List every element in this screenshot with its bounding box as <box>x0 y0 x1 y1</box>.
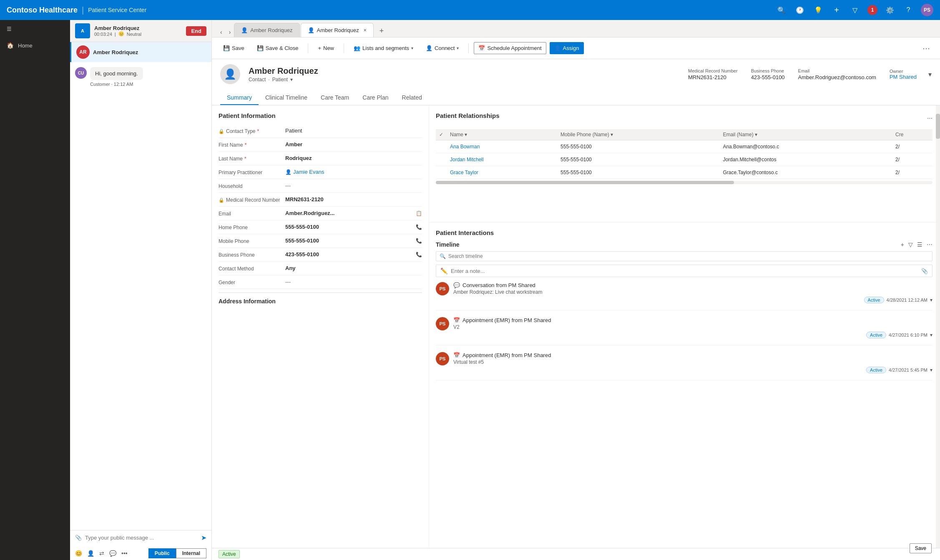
form-value-mobile-phone: 555-555-0100 <box>285 238 412 244</box>
call-mobile-icon[interactable]: 📞 <box>416 238 422 244</box>
tab-care-team[interactable]: Care Team <box>314 91 356 105</box>
timeline-filter-icon[interactable]: ▽ <box>908 241 913 248</box>
timeline-list-icon[interactable]: ☰ <box>917 241 922 248</box>
rel-email-0: Ana.Bowman@contoso.c <box>719 140 892 153</box>
call-home-icon[interactable]: 📞 <box>416 224 422 230</box>
funnel-icon[interactable]: ▽ <box>849 4 861 16</box>
public-button[interactable]: Public <box>148 548 176 558</box>
timeline-type-icon-1: 📅 <box>453 317 460 323</box>
tab-summary[interactable]: Summary <box>220 91 259 105</box>
tab-forward-button[interactable]: › <box>226 27 234 37</box>
schedule-label: Schedule Appointment <box>487 45 541 51</box>
rel-name-0[interactable]: Ana Bowman <box>447 140 557 153</box>
timeline-more-icon[interactable]: ⋯ <box>927 241 932 248</box>
rel-created-1: 2/ <box>892 153 932 166</box>
mrn-label: Medical Record Number <box>688 68 738 73</box>
more-options-icon[interactable]: ••• <box>121 550 128 557</box>
rel-email-2: Grace.Taylor@contoso.c <box>719 166 892 179</box>
status-badge-0: Active <box>864 297 884 303</box>
rel-name-1[interactable]: Jordan Mitchell <box>447 153 557 166</box>
send-button[interactable]: ➤ <box>201 534 206 542</box>
assign-button[interactable]: 👤 Assign <box>550 42 584 54</box>
tab-back-button[interactable]: ‹ <box>217 27 226 37</box>
timeline-date-0: 4/28/2021 12:12 AM <box>887 298 927 302</box>
patient-avatar: 👤 <box>220 64 240 84</box>
timeline-expand-1[interactable]: ▾ <box>930 332 932 338</box>
emoji-icon[interactable]: 😊 <box>75 550 82 557</box>
toolbar-separator-3 <box>468 43 469 53</box>
lists-button[interactable]: 👥 Lists and segments ▾ <box>349 42 418 54</box>
recent-icon[interactable]: 🕐 <box>794 4 806 16</box>
connect-button[interactable]: 👤 Connect ▾ <box>421 42 463 54</box>
note-attach-icon[interactable]: 📎 <box>921 268 928 274</box>
timeline-expand-2[interactable]: ▾ <box>930 367 932 373</box>
relationships-more-icon[interactable]: ⋯ <box>927 115 932 121</box>
visibility-toggle: Public Internal <box>148 548 206 558</box>
tab-care-plan[interactable]: Care Plan <box>356 91 395 105</box>
save-icon: 💾 <box>223 45 230 51</box>
tab-label-1: Amber Rodriquez <box>250 27 292 33</box>
call-business-icon[interactable]: 📞 <box>416 252 422 258</box>
timeline-actions: + ▽ ☰ ⋯ <box>901 241 932 248</box>
tab-amber-2[interactable]: 👤 Amber Rodriquez ✕ <box>301 23 374 37</box>
form-row-gender: Gender --- <box>219 275 422 289</box>
sidebar-hamburger-icon[interactable]: ☰ <box>0 20 70 38</box>
form-label-home-phone: Home Phone <box>219 224 285 230</box>
lock-icon-contact: 🔒 <box>219 129 224 134</box>
transfer-icon[interactable]: ⇄ <box>99 550 104 557</box>
new-button[interactable]: + New <box>313 42 339 54</box>
consult-icon[interactable]: 💬 <box>109 550 116 557</box>
end-call-button[interactable]: End <box>186 26 206 36</box>
tab-related[interactable]: Related <box>395 91 429 105</box>
timeline-add-icon[interactable]: + <box>901 241 904 248</box>
user-avatar[interactable]: PS <box>921 4 933 16</box>
timeline-date-row-0: Active 4/28/2021 12:12 AM ▾ <box>453 297 932 303</box>
new-tab-button[interactable]: + <box>376 25 387 37</box>
sidebar-item-home[interactable]: 🏠 Home <box>0 38 70 53</box>
rel-name-2[interactable]: Grace Taylor <box>447 166 557 179</box>
tab-amber-1[interactable]: 👤 Amber Rodriquez <box>234 23 299 37</box>
horizontal-scrollbar[interactable] <box>436 181 932 184</box>
timeline-date-row-2: Active 4/27/2021 5:45 PM ▾ <box>453 367 932 373</box>
lightbulb-icon[interactable]: 💡 <box>812 4 824 16</box>
right-scrollbar-thumb[interactable] <box>936 114 940 139</box>
copy-email-icon[interactable]: 📋 <box>416 210 422 216</box>
form-row-mobile-phone: Mobile Phone 555-555-0100 📞 <box>219 234 422 248</box>
timeline-search-input[interactable] <box>448 253 929 259</box>
schedule-button[interactable]: 📅 Schedule Appointment <box>474 42 546 54</box>
save-close-button[interactable]: 💾 Save & Close <box>252 42 303 54</box>
tab-close-button[interactable]: ✕ <box>363 28 367 32</box>
form-value-last-name: Rodriquez <box>285 155 422 161</box>
form-row-business-phone: Business Phone 423-555-0100 📞 <box>219 248 422 262</box>
bottom-save-button[interactable]: Save <box>910 543 932 553</box>
save-button[interactable]: 💾 Save <box>219 42 249 54</box>
chat-contact-item[interactable]: AR Amber Rodriquez <box>70 42 211 62</box>
chat-messages: CU Hi, good morning. Customer · 12:12 AM <box>70 62 211 530</box>
tab-clinical-timeline[interactable]: Clinical Timeline <box>259 91 314 105</box>
form-value-mrn: MRN2631-2120 <box>285 196 422 202</box>
message-meta: Customer · 12:12 AM <box>90 82 143 87</box>
attachment-icon[interactable]: 📎 <box>75 535 82 541</box>
timeline-date-2: 4/27/2021 5:45 PM <box>889 368 927 372</box>
help-icon[interactable]: ? <box>902 4 914 16</box>
nav-divider: | <box>82 5 84 15</box>
form-label-household: Household <box>219 182 285 189</box>
notification-badge[interactable]: 1 <box>867 5 877 15</box>
note-input[interactable] <box>451 268 918 274</box>
timeline-expand-0[interactable]: ▾ <box>930 297 932 303</box>
form-value-practitioner[interactable]: 👤 Jamie Evans <box>285 169 422 175</box>
toolbar-more-button[interactable]: ⋯ <box>919 42 933 55</box>
type-separator: · <box>268 77 269 82</box>
phone-label: Business Phone <box>751 68 785 73</box>
form-label-email: Email <box>219 210 285 217</box>
internal-button[interactable]: Internal <box>176 548 206 558</box>
search-icon[interactable]: 🔍 <box>776 4 787 16</box>
chat-input[interactable] <box>85 535 198 541</box>
right-scrollbar-track[interactable] <box>936 105 940 548</box>
plus-icon[interactable]: + <box>831 4 842 16</box>
expand-header-button[interactable]: ▾ <box>928 70 932 78</box>
mention-icon[interactable]: 👤 <box>87 550 94 557</box>
relationships-title: Patient Relationships <box>436 112 500 119</box>
subtype-dropdown-icon[interactable]: ▾ <box>290 77 293 82</box>
settings-icon[interactable]: ⚙️ <box>884 4 896 16</box>
